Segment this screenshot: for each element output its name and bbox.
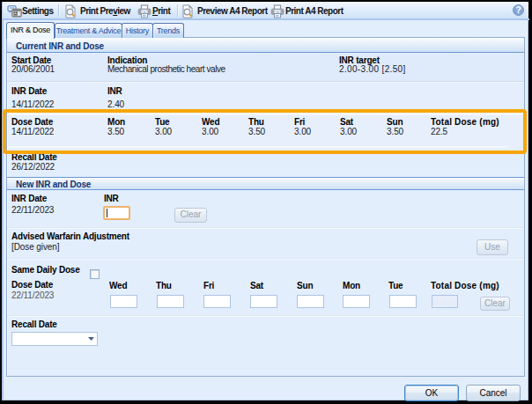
svg-text:?: ? (515, 4, 521, 15)
